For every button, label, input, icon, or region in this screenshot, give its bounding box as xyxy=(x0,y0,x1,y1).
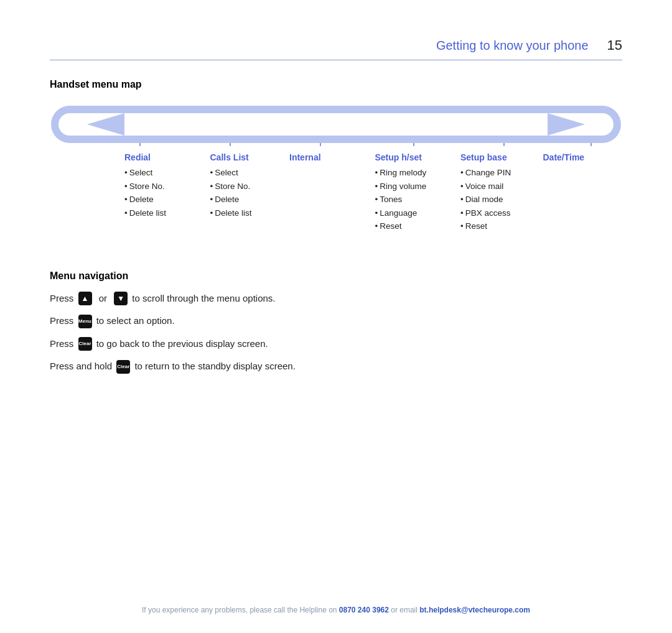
nav-scroll-press: Press xyxy=(50,292,77,306)
footer-text-middle: or email xyxy=(389,606,419,614)
page-container: Getting to know your phone 15 Handset me… xyxy=(0,0,672,633)
pill-track xyxy=(50,103,622,146)
menu-map-arrow-svg xyxy=(50,103,622,146)
nav-select-line: Press Menu to select an option. xyxy=(50,314,622,328)
footer-phone: 0870 240 3962 xyxy=(339,606,389,614)
menu-column-internal: Internal xyxy=(289,152,369,166)
menu-column-redial: Redial Select Store No. Delete Delete li… xyxy=(50,152,204,219)
nav-standby-line: Press and hold Clear to return to the st… xyxy=(50,359,622,374)
svg-rect-1 xyxy=(58,113,614,136)
menu-nav-title: Menu navigation xyxy=(50,270,622,282)
up-arrow-icon: ▲ xyxy=(78,292,92,305)
col-items-setup-hset: Ring melody Ring volume Tones Language R… xyxy=(375,166,427,233)
handset-menu-section: Handset menu map xyxy=(50,79,622,233)
nav-back-line: Press Clear to go back to the previous d… xyxy=(50,337,622,351)
footer-email: bt.helpdesk@vtecheurope.com xyxy=(419,606,530,614)
col-title-redial: Redial xyxy=(124,152,151,162)
menu-column-date-time: Date/Time xyxy=(540,152,623,166)
page-footer: If you experience any problems, please c… xyxy=(50,606,622,614)
nav-scroll-text: to scroll through the menu options. xyxy=(129,292,275,306)
header-rule xyxy=(50,60,622,60)
clear-hold-button-icon: Clear xyxy=(116,360,130,374)
col-title-calls-list: Calls List xyxy=(210,152,249,162)
down-arrow-icon: ▼ xyxy=(114,292,128,305)
col-items-calls-list: Select Store No. Delete Delete list xyxy=(210,166,252,219)
page-header: Getting to know your phone 15 xyxy=(50,37,622,53)
nav-back-press: Press xyxy=(50,337,77,351)
footer-text-before: If you experience any problems, please c… xyxy=(142,606,339,614)
nav-scroll-line: Press ▲ or ▼ to scroll through the menu … xyxy=(50,292,622,306)
menu-columns-row: Redial Select Store No. Delete Delete li… xyxy=(50,146,622,233)
menu-column-calls-list: Calls List Select Store No. Delete Delet… xyxy=(204,152,290,219)
col-title-setup-base: Setup base xyxy=(460,152,507,162)
nav-or-text: or xyxy=(96,292,110,306)
nav-standby-press: Press and hold xyxy=(50,359,114,374)
col-items-redial: Select Store No. Delete Delete list xyxy=(124,166,166,219)
nav-standby-text: to return to the standby display screen. xyxy=(132,359,296,374)
col-items-setup-base: Change PIN Voice mail Dial mode PBX acce… xyxy=(460,166,511,233)
nav-back-text: to go back to the previous display scree… xyxy=(94,337,268,351)
nav-select-text: to select an option. xyxy=(94,314,175,328)
page-title: Getting to know your phone xyxy=(436,39,589,53)
menu-navigation-section: Menu navigation Press ▲ or ▼ to scroll t… xyxy=(50,270,622,374)
col-title-setup-hset: Setup h/set xyxy=(375,152,422,162)
col-title-date-time: Date/Time xyxy=(543,152,585,162)
menu-button-icon: Menu xyxy=(78,315,92,328)
page-number: 15 xyxy=(607,37,622,53)
clear-button-icon: Clear xyxy=(78,337,92,351)
handset-menu-title: Handset menu map xyxy=(50,79,622,90)
menu-column-setup-hset: Setup h/set Ring melody Ring volume Tone… xyxy=(369,152,455,233)
menu-column-setup-base: Setup base Change PIN Voice mail Dial mo… xyxy=(454,152,540,233)
nav-select-press: Press xyxy=(50,314,77,328)
col-title-internal: Internal xyxy=(289,152,321,162)
